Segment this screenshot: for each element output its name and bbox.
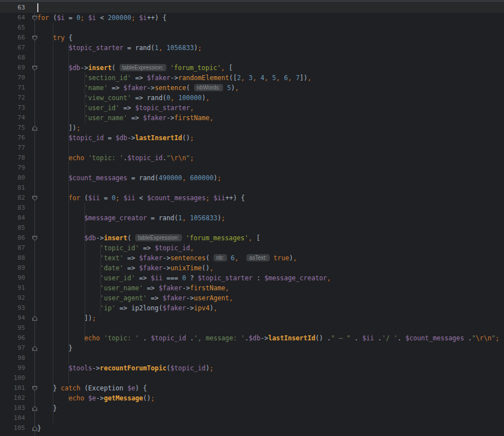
code-line[interactable]: 78 echo 'topic: '.$topic_id."\r\n"; (0, 153, 504, 163)
line-number[interactable]: 91 (0, 283, 25, 293)
code-line[interactable]: 74 'user_name' => $faker->firstName, (0, 113, 504, 123)
code-line[interactable]: 87 'topic_id' => $topic_id, (0, 243, 504, 253)
line-number[interactable]: 83 (0, 203, 25, 213)
code-text: $db->insert( tableExpression: 'forum_mes… (37, 233, 260, 243)
line-number[interactable]: 103 (0, 403, 25, 413)
fold-end-icon[interactable] (32, 406, 37, 411)
code-line[interactable]: 91 'user_name' => $faker->firstName, (0, 283, 504, 293)
line-number[interactable]: 65 (0, 23, 25, 33)
line-number[interactable]: 90 (0, 273, 25, 283)
code-line[interactable]: 77 (0, 143, 504, 153)
code-line[interactable]: 100 (0, 373, 504, 383)
line-number[interactable]: 85 (0, 223, 25, 233)
code-line[interactable]: 96 echo 'topic: ' . $topic_id .', messag… (0, 333, 504, 343)
line-number[interactable]: 102 (0, 393, 25, 403)
code-line[interactable]: 76 $topic_id = $db->lastInsertId(); (0, 133, 504, 143)
fold-end-icon[interactable] (32, 126, 37, 131)
code-line[interactable]: 105} (0, 423, 504, 433)
code-line[interactable]: 81 (0, 183, 504, 193)
line-number[interactable]: 67 (0, 43, 25, 53)
line-number[interactable]: 105 (0, 423, 25, 433)
fold-collapse-icon[interactable] (32, 236, 37, 241)
line-number[interactable]: 93 (0, 303, 25, 313)
code-line[interactable]: 82 for ($ii = 0; $ii < $count_messages; … (0, 193, 504, 203)
code-line[interactable]: 94 ]); (0, 313, 504, 323)
code-line[interactable]: 92 'user_agent' => $faker->userAgent, (0, 293, 504, 303)
code-line[interactable]: 75 ]); (0, 123, 504, 133)
line-number[interactable]: 68 (0, 53, 25, 63)
code-editor[interactable]: 6364for ($i = 0; $i < 200000; $i++) {656… (0, 0, 504, 436)
code-line[interactable]: 73 'user_id' => $topic_starter, (0, 103, 504, 113)
line-number[interactable]: 77 (0, 143, 25, 153)
code-line[interactable]: 102 echo $e->getMessage(); (0, 393, 504, 403)
fold-collapse-icon[interactable] (32, 66, 37, 71)
code-line[interactable]: 70 'section_id' => $faker->randomElement… (0, 73, 504, 83)
line-number[interactable]: 88 (0, 253, 25, 263)
code-line[interactable]: 88 'text' => $faker->sentences( nb: 6, a… (0, 253, 504, 263)
fold-end-icon[interactable] (32, 346, 37, 351)
line-number[interactable]: 69 (0, 63, 25, 73)
line-number[interactable]: 63 (0, 3, 25, 13)
fold-collapse-icon[interactable] (32, 16, 37, 21)
code-line[interactable]: 99 $tools->recountForumTopic($topic_id); (0, 363, 504, 373)
code-line[interactable]: 103 } (0, 403, 504, 413)
code-line[interactable]: 86 $db->insert( tableExpression: 'forum_… (0, 233, 504, 243)
line-number[interactable]: 76 (0, 133, 25, 143)
line-number[interactable]: 92 (0, 293, 25, 303)
line-number[interactable]: 78 (0, 153, 25, 163)
code-line[interactable]: 69 $db->insert( tableExpression: 'forum_… (0, 63, 504, 73)
code-line[interactable]: 68 (0, 53, 504, 63)
code-line[interactable]: 67 $topic_starter = rand(1, 1056833); (0, 43, 504, 53)
line-number[interactable]: 94 (0, 313, 25, 323)
line-number[interactable]: 98 (0, 353, 25, 363)
fold-collapse-icon[interactable] (32, 36, 37, 41)
fold-collapse-icon[interactable] (32, 386, 37, 391)
code-line[interactable]: 89 'date' => $faker->unixTime(), (0, 263, 504, 273)
code-line[interactable]: 66 try { (0, 33, 504, 43)
line-number[interactable]: 86 (0, 233, 25, 243)
line-number[interactable]: 82 (0, 193, 25, 203)
line-number[interactable]: 66 (0, 33, 25, 43)
code-line[interactable]: 85 (0, 223, 504, 233)
line-number[interactable]: 74 (0, 113, 25, 123)
line-number[interactable]: 100 (0, 373, 25, 383)
line-number[interactable]: 95 (0, 323, 25, 333)
line-number[interactable]: 87 (0, 243, 25, 253)
fold-end-icon[interactable] (32, 316, 37, 321)
line-number[interactable]: 81 (0, 183, 25, 193)
line-number[interactable]: 73 (0, 103, 25, 113)
line-number[interactable]: 97 (0, 343, 25, 353)
code-line[interactable]: 71 'name' => $faker->sentence( nbWords: … (0, 83, 504, 93)
code-line[interactable]: 84 $message_creator = rand(1, 1056833); (0, 213, 504, 223)
code-line[interactable]: 79 (0, 163, 504, 173)
code-line[interactable]: 98 (0, 353, 504, 363)
code-line[interactable]: 65 (0, 23, 504, 33)
line-number[interactable]: 64 (0, 13, 25, 23)
code-line[interactable]: 97 } (0, 343, 504, 353)
code-line[interactable]: 104 (0, 413, 504, 423)
code-line[interactable]: 80 $count_messages = rand(490000, 600000… (0, 173, 504, 183)
code-line[interactable]: 101 } catch (Exception $e) { (0, 383, 504, 393)
line-number[interactable]: 101 (0, 383, 25, 393)
code-line[interactable]: 63 (0, 3, 504, 13)
code-line[interactable]: 83 (0, 203, 504, 213)
code-line[interactable]: 64for ($i = 0; $i < 200000; $i++) { (0, 13, 504, 23)
line-number[interactable]: 71 (0, 83, 25, 93)
line-number[interactable]: 75 (0, 123, 25, 133)
line-number[interactable]: 104 (0, 413, 25, 423)
token-t: } (37, 384, 61, 392)
line-number[interactable]: 80 (0, 173, 25, 183)
code-line[interactable]: 93 'ip' => ip2long($faker->ipv4), (0, 303, 504, 313)
line-number[interactable]: 96 (0, 333, 25, 343)
line-number[interactable]: 99 (0, 363, 25, 373)
line-number[interactable]: 89 (0, 263, 25, 273)
line-number[interactable]: 79 (0, 163, 25, 173)
line-number[interactable]: 72 (0, 93, 25, 103)
line-number[interactable]: 70 (0, 73, 25, 83)
code-line[interactable]: 95 (0, 323, 504, 333)
code-line[interactable]: 72 'view_count' => rand(0, 100000), (0, 93, 504, 103)
line-number[interactable]: 84 (0, 213, 25, 223)
code-line[interactable]: 90 'user_id' => $ii === 0 ? $topic_start… (0, 273, 504, 283)
fold-end-icon[interactable] (32, 426, 37, 431)
fold-collapse-icon[interactable] (32, 196, 37, 201)
